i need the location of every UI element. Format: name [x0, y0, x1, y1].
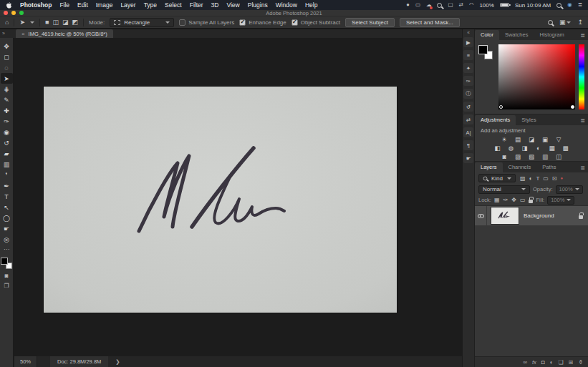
learn-panel-icon[interactable]: ☛ [463, 153, 473, 163]
menu-photoshop[interactable]: Photoshop [20, 1, 52, 9]
new-selection-icon[interactable]: ■ [45, 19, 49, 26]
link-layers-icon[interactable]: ∞ [523, 359, 527, 366]
filter-adjustment-layers-icon[interactable]: ◐ [529, 175, 533, 182]
threshold-icon[interactable]: ▧ [527, 152, 536, 160]
foreground-color-swatch[interactable] [1, 258, 8, 265]
menu-3d[interactable]: 3D [211, 1, 219, 9]
layer-visibility-cell[interactable] [475, 206, 487, 225]
apple-menu[interactable] [6, 1, 12, 9]
delete-layer-icon[interactable]: ⚱ [578, 359, 583, 366]
picker-handle[interactable] [499, 105, 503, 109]
saturation-brightness-picker[interactable] [498, 44, 575, 109]
lock-position-icon[interactable]: ✥ [511, 197, 516, 203]
history-brush-tool[interactable]: ↺ [1, 137, 13, 148]
tab-color[interactable]: Color [475, 30, 499, 40]
document-size-field[interactable]: Doc: 29.8M/29.8M [50, 356, 108, 367]
menu-select[interactable]: Select [165, 1, 182, 9]
lock-all-icon[interactable] [529, 200, 533, 203]
spotlight-icon[interactable] [556, 3, 562, 8]
tab-layers[interactable]: Layers [475, 162, 503, 172]
document-tab[interactable]: × IMG_4619.heic @ 50% (RGB/8*) [16, 29, 113, 38]
gradient-tool[interactable]: ▥ [1, 159, 13, 170]
screen-mirroring-icon[interactable]: ▭ [415, 0, 420, 10]
menu-type[interactable]: Type [144, 1, 157, 9]
layer-row-background[interactable]: Background [475, 206, 588, 225]
layer-lock-icon[interactable] [579, 215, 583, 219]
picker-handle[interactable] [571, 105, 574, 109]
object-subtract-checkbox[interactable] [291, 19, 298, 26]
edit-toolbar-button[interactable]: ⋯ [1, 245, 13, 253]
panel-color-swatches[interactable] [478, 45, 493, 59]
enhance-edge-checkbox[interactable] [239, 19, 246, 26]
black-white-icon[interactable]: ◨ [520, 144, 529, 152]
layer-filter-toggle-icon[interactable]: ● [561, 176, 564, 180]
history-panel-icon[interactable]: ↺ [463, 102, 473, 112]
expand-panels-icon[interactable]: « [467, 30, 470, 35]
display-icon[interactable]: ▢ [448, 0, 453, 10]
brush-tool[interactable]: ✑ [1, 116, 13, 127]
filter-type-layers-icon[interactable]: T [536, 175, 539, 182]
info-panel-icon[interactable]: ⓘ [463, 89, 473, 99]
filter-shape-layers-icon[interactable]: ▭ [543, 175, 549, 182]
search-icon[interactable] [548, 20, 553, 25]
move-tool[interactable]: ✥ [1, 41, 13, 52]
menu-window[interactable]: Window [276, 1, 297, 9]
properties-panel-icon[interactable]: ⇄ [463, 114, 473, 124]
home-icon[interactable]: ⌂ [5, 19, 9, 26]
tab-channels[interactable]: Channels [503, 162, 537, 172]
toolbar-expand-icon[interactable]: » [0, 29, 7, 38]
brush-settings-panel-icon[interactable]: ✑ [463, 76, 473, 86]
new-adjustment-layer-icon[interactable]: ◐ [550, 359, 554, 366]
select-subject-button[interactable]: Select Subject [345, 18, 395, 27]
menu-edit[interactable]: Edit [77, 1, 88, 9]
control-center-icon[interactable]: ≣ [578, 0, 582, 10]
zoom-tool[interactable]: ◎ [1, 234, 13, 245]
quick-mask-button[interactable]: ◙ [5, 273, 9, 279]
status-chevron-icon[interactable]: ❯ [115, 358, 120, 365]
foreground-color-swatch[interactable] [478, 45, 488, 54]
invert-icon[interactable]: ◙ [500, 152, 509, 160]
photo-filter-icon[interactable]: ◐ [534, 144, 543, 152]
crop-tool[interactable]: ⋕ [1, 84, 13, 94]
siri-icon[interactable]: ◉ [567, 0, 572, 10]
select-and-mask-button[interactable]: Select and Mask... [400, 18, 460, 27]
tool-preset-chevron-icon[interactable] [30, 21, 34, 24]
add-layer-mask-icon[interactable]: ◘ [541, 359, 545, 366]
ellipse-tool[interactable]: ◯ [1, 212, 13, 223]
current-tool-icon[interactable]: ➤ [19, 19, 25, 26]
color-lookup-icon[interactable]: ▩ [561, 144, 570, 152]
eyedropper-tool[interactable]: ✎ [1, 94, 13, 105]
zoom-level-field[interactable]: 50% [14, 356, 37, 367]
gradient-map-icon[interactable]: ▥ [541, 152, 550, 160]
opacity-field[interactable]: 100% [556, 185, 583, 194]
subtract-from-selection-icon[interactable]: ◪ [62, 19, 69, 26]
menu-help[interactable]: Help [305, 1, 317, 9]
clone-stamp-tool[interactable]: ◉ [1, 127, 13, 137]
add-to-selection-icon[interactable]: ◫ [52, 19, 59, 26]
filter-pixel-layers-icon[interactable]: ▨ [520, 175, 526, 182]
panel-menu-icon[interactable]: ≣ [580, 117, 585, 125]
enhance-edge-option[interactable]: Enhance Edge [239, 19, 286, 26]
menu-clock[interactable]: Sun 10:09 AM [515, 2, 551, 9]
layer-thumbnail[interactable] [491, 207, 519, 224]
hue-saturation-icon[interactable]: ◧ [493, 144, 502, 152]
posterize-icon[interactable]: ▨ [514, 152, 523, 160]
signature-photo[interactable] [44, 87, 397, 313]
spot-healing-brush-tool[interactable]: ✚ [1, 105, 13, 116]
new-group-icon[interactable]: ❏ [558, 359, 563, 366]
menu-view[interactable]: View [226, 1, 239, 9]
filter-smart-objects-icon[interactable]: ⊡ [552, 175, 557, 182]
wifi-icon[interactable]: ◠ [469, 0, 474, 10]
sample-all-layers-option[interactable]: Sample All Layers [179, 19, 234, 26]
pen-tool[interactable]: ✒ [1, 180, 13, 191]
vibrance-icon[interactable]: ▽ [554, 135, 564, 143]
status-dot-icon[interactable]: ● [406, 0, 410, 10]
object-subtract-option[interactable]: Object Subtract [291, 19, 340, 26]
menu-file[interactable]: File [59, 1, 69, 9]
layer-effects-icon[interactable]: fx [532, 359, 536, 366]
path-selection-tool[interactable]: ↖ [1, 202, 13, 212]
paragraph-panel-icon[interactable]: ¶ [463, 140, 473, 150]
rectangular-marquee-tool[interactable]: ◻ [1, 52, 13, 62]
actions-panel-icon[interactable]: ▶ [463, 37, 473, 47]
object-selection-tool[interactable]: ➤ [1, 73, 13, 84]
